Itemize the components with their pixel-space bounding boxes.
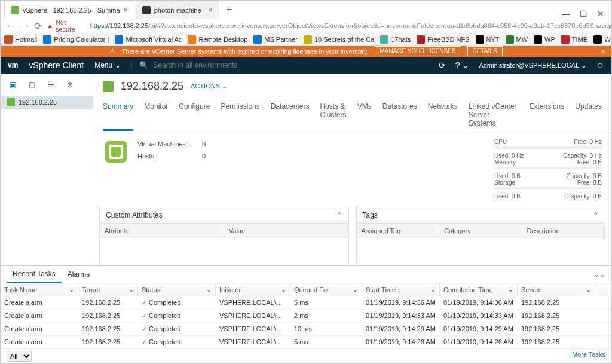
col-completion-time[interactable]: Completion Time⌄ [440,283,518,296]
bookmark-item[interactable]: MS Partner [253,35,298,44]
details-button[interactable]: DETAILS [467,46,503,56]
tab-recent-tasks[interactable]: Recent Tasks [7,266,62,283]
search-icon[interactable]: 🔍 [139,61,148,69]
col-status[interactable]: Status⌄ [138,283,216,296]
close-icon[interactable]: × [124,6,128,14]
tree-vcenter-node[interactable]: 192.168.2.25 [1,96,93,109]
tab-hosts-clusters[interactable]: Hosts & Clusters [320,99,346,131]
col-target[interactable]: Target⌄ [78,283,138,296]
task-row[interactable]: Create alarm192.168.2.25✓ CompletedVSPHE… [1,336,611,349]
vms-templates-icon[interactable]: ▢ [27,80,36,90]
tab-datacenters[interactable]: Datacenters [271,99,310,131]
task-row[interactable]: Create alarm192.168.2.25✓ CompletedVSPHE… [1,296,611,310]
cell-status: ✓ Completed [138,336,216,348]
forward-icon[interactable]: → [20,20,29,31]
tab-favicon [11,6,19,14]
actions-dropdown[interactable]: ACTIONS ⌄ [191,82,227,90]
bookmark-item[interactable]: WP [534,35,555,44]
search-input[interactable] [153,61,273,69]
bottom-panel: Recent Tasks Alarms ⌄⌄ Task Name⌄ Target… [1,265,611,363]
col-attribute[interactable]: Attribute [100,223,224,238]
url-text: https://192.168.2.25/ui/#?extensionId=vs… [90,22,612,29]
tab-summary[interactable]: Summary [103,99,133,131]
new-tab-button[interactable]: + [221,1,238,19]
hosts-count-label: Hosts: [137,151,197,163]
browser-tab-photon[interactable]: photon-machine × [136,1,219,19]
tab-vms[interactable]: VMs [357,99,372,131]
collapse-icon[interactable]: ⌃ [336,211,342,219]
hosts-clusters-icon[interactable]: ▣ [8,80,17,90]
cell-initiator: VSPHERE.LOCAL\machine-7... [216,323,290,335]
check-icon: ✓ [142,299,147,306]
manage-licenses-button[interactable]: MANAGE YOUR LICENSES [375,46,461,56]
cell-queued: 5 ms [290,336,362,348]
tab-alarms[interactable]: Alarms [62,267,96,282]
bookmark-label: Hotmail [15,36,37,43]
bookmark-favicon [43,35,51,44]
inventory-sidebar: ▣ ▢ ☱ ⊕ 192.168.2.25 [1,74,93,265]
tab-networks[interactable]: Networks [428,99,458,131]
tab-updates[interactable]: Updates [575,99,602,131]
bookmark-item[interactable]: Pricing Calculator | [43,35,109,44]
networking-icon[interactable]: ⊕ [65,80,75,90]
browser-tab-vsphere[interactable]: vSphere - 192.168.2.25 - Summa × [4,1,134,19]
tree-label: 192.168.2.25 [19,99,57,106]
tab-monitor[interactable]: Monitor [144,99,168,131]
more-tasks-link[interactable]: More Tasks [572,351,605,362]
tab-datastores[interactable]: Datastores [382,99,417,131]
col-category[interactable]: Category [439,223,522,238]
bookmark-item[interactable]: 10 Secrets of the Ca [304,35,374,44]
tab-configure[interactable]: Configure [179,99,210,131]
col-start-time[interactable]: Start Time ↓⌄ [362,283,440,296]
col-server[interactable]: Server⌄ [518,283,595,296]
bookmark-item[interactable]: FreeBSD NFS [417,35,469,44]
bookmark-favicon [253,35,262,44]
filter-dropdown[interactable]: All [7,351,32,362]
bookmark-item[interactable]: MW [506,35,528,44]
col-value[interactable]: Value [224,223,348,238]
bookmark-label: Microsoft Virtual Ac [126,36,182,43]
bookmark-item[interactable]: TIME [561,35,587,44]
tab-permissions[interactable]: Permissions [221,99,259,131]
col-task-name[interactable]: Task Name⌄ [1,283,78,296]
sort-desc-icon: ↓ [397,286,401,293]
expand-icon[interactable]: ⌄⌄ [593,270,605,279]
address-bar[interactable]: ▲Not secure https://192.168.2.25/ui/#?ex… [47,19,612,33]
cell-initiator: VSPHERE.LOCAL\machine-7... [216,296,290,309]
col-queued[interactable]: Queued For⌄ [290,283,362,296]
bookmark-label: 17hats [391,36,411,43]
bookmark-favicon [417,35,425,44]
reload-icon[interactable]: ⟳ [34,20,42,32]
not-secure-badge[interactable]: ▲Not secure [47,19,87,33]
back-icon[interactable]: ← [5,20,15,31]
menu-dropdown[interactable]: Menu ⌄ [94,61,121,69]
smiley-icon[interactable]: ☺ [596,60,604,70]
help-icon[interactable]: ? ⌄ [455,60,470,70]
chevron-down-icon: ⌄ [115,61,121,69]
col-description[interactable]: Description [522,223,605,238]
task-row[interactable]: Create alarm192.168.2.25✓ CompletedVSPHE… [1,310,611,323]
user-menu[interactable]: Administrator@VSPHERE.LOCAL ⌄ [479,62,586,69]
tab-extensions[interactable]: Extensions [530,99,565,131]
close-window-icon[interactable]: ✕ [597,9,604,19]
storage-icon[interactable]: ☱ [46,80,56,90]
minimize-icon[interactable]: — [562,9,570,19]
bookmark-item[interactable]: Hotmail [4,35,37,44]
bookmark-item[interactable]: 17hats [380,35,411,44]
maximize-icon[interactable]: ☐ [580,9,587,19]
bookmark-item[interactable]: NYT [476,35,500,44]
collapse-icon[interactable]: ⌃ [593,211,599,219]
bookmark-item[interactable]: Microsoft Virtual Ac [115,35,182,44]
tab-linked-vcenter-server-systems[interactable]: Linked vCenter Server Systems [469,99,519,131]
close-icon[interactable]: × [209,6,213,14]
warning-text: There are vCenter Server systems with ex… [121,48,368,55]
refresh-icon[interactable]: ⟳ [439,60,446,70]
bookmark-item[interactable]: WSJ [593,35,611,44]
object-tabs: SummaryMonitorConfigurePermissionsDatace… [93,99,611,131]
close-icon[interactable]: × [601,47,605,56]
task-row[interactable]: Create alarm192.168.2.25✓ CompletedVSPHE… [1,323,611,336]
bookmark-favicon [476,35,484,44]
col-assigned-tag[interactable]: Assigned Tag [357,223,440,238]
bookmark-item[interactable]: Remote Desktop [188,35,247,44]
col-initiator[interactable]: Initiator⌄ [216,283,290,296]
